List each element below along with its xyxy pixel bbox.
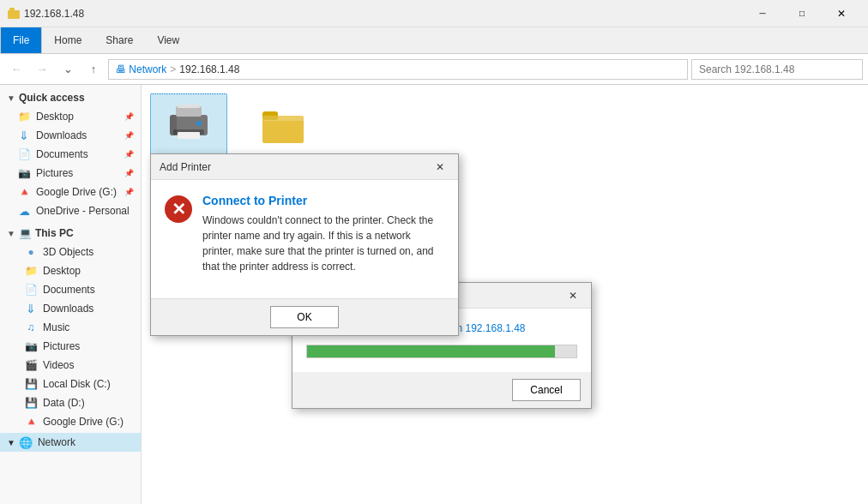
add-printer-dialog: Add Printer ✕ ✕ Connect to Printer Windo… [150,153,459,336]
sidebar-item-downloads-quick[interactable]: ⇓ Downloads 📌 [0,126,141,145]
tab-file[interactable]: File [0,27,42,53]
this-pc-icon: 💻 [19,227,32,239]
title-bar: 192.168.1.48 ─ □ ✕ [0,0,868,27]
back-button[interactable]: ← [5,58,27,81]
pin-icon: 📌 [124,169,134,177]
3dobjects-icon: ● [24,245,38,259]
localdisk-icon: 💾 [24,377,38,391]
app-icon [7,7,21,21]
main-layout: ▼ Quick access 📁 Desktop 📌 ⇓ Downloads 📌… [0,85,868,504]
documents-pc-icon: 📄 [24,283,38,297]
sidebar-item-desktop-quick[interactable]: 📁 Desktop 📌 [0,107,141,126]
quick-access-label: Quick access [19,92,85,104]
ribbon: File Home Share View [0,27,868,54]
add-printer-ok-button[interactable]: OK [270,306,339,328]
add-printer-close-button[interactable]: ✕ [431,158,449,177]
sidebar-item-data[interactable]: 💾 Data (D:) [0,393,141,412]
dialog-overlay: Add Printer ✕ ✕ Connect to Printer Windo… [142,85,868,504]
tab-share[interactable]: Share [93,27,145,53]
add-printer-header-row: ✕ Connect to Printer Windows couldn't co… [165,194,444,274]
tab-home[interactable]: Home [42,27,93,53]
add-printer-titlebar: Add Printer ✕ [151,154,458,180]
path-network: 🖶 Network [116,63,166,75]
error-icon: ✕ [165,195,192,223]
content-area: Canon LBP2900 Users [142,85,868,504]
sidebar-item-pictures-pc[interactable]: 📷 Pictures [0,337,141,356]
minimize-button[interactable]: ─ [743,0,782,27]
add-printer-body: ✕ Connect to Printer Windows couldn't co… [151,180,458,298]
connecting-close-button[interactable]: ✕ [564,286,582,305]
music-icon: ♫ [24,321,38,334]
sidebar-item-gdrive-pc[interactable]: 🔺 Google Drive (G:) [0,412,141,431]
ribbon-tabs: File Home Share View [0,27,868,53]
progress-bar-fill [307,345,555,357]
connecting-footer: Cancel [292,372,591,408]
pin-icon: 📌 [124,188,134,196]
sidebar-item-network[interactable]: ▼ 🌐 Network [0,433,141,452]
maximize-button[interactable]: □ [782,0,822,27]
sidebar-item-pictures-quick[interactable]: 📷 Pictures 📌 [0,164,141,183]
pictures-icon: 📷 [17,166,31,180]
add-printer-header: Connect to Printer [202,194,444,207]
data-icon: 💾 [24,396,38,410]
network-label: Network [38,436,75,448]
this-pc-header[interactable]: ▼ 💻 This PC [0,224,141,243]
network-chevron: ▼ [7,438,15,447]
up-button[interactable]: ↑ [82,58,105,81]
sidebar: ▼ Quick access 📁 Desktop 📌 ⇓ Downloads 📌… [0,85,142,504]
add-printer-title: Add Printer [160,161,431,173]
documents-icon: 📄 [17,147,31,161]
sidebar-item-onedrive[interactable]: ☁ OneDrive - Personal [0,201,141,220]
onedrive-icon: ☁ [17,204,31,218]
progress-bar [306,345,577,358]
downloads-icon: ⇓ [17,129,31,142]
sidebar-item-documents-quick[interactable]: 📄 Documents 📌 [0,145,141,164]
sidebar-item-downloads-pc[interactable]: ⇓ Downloads [0,299,141,318]
path-ip: 192.168.1.48 [179,63,239,75]
connecting-cancel-button[interactable]: Cancel [512,379,581,401]
tab-view[interactable]: View [145,27,191,53]
desktop-pc-icon: 📁 [24,264,38,278]
sidebar-item-desktop-pc[interactable]: 📁 Desktop [0,261,141,280]
pin-icon: 📌 [124,150,134,159]
sidebar-item-gdrive-quick[interactable]: 🔺 Google Drive (G:) 📌 [0,183,141,201]
desktop-icon: 📁 [17,110,31,123]
downloads-pc-icon: ⇓ [24,302,38,315]
sidebar-item-3dobjects[interactable]: ● 3D Objects [0,243,141,261]
svg-rect-1 [9,8,15,11]
window-controls: ─ □ ✕ [743,0,861,27]
search-input[interactable] [691,59,863,80]
recent-button[interactable]: ⌄ [57,58,79,81]
quick-access-chevron: ▼ [7,93,15,103]
add-printer-header-content: Connect to Printer Windows couldn't conn… [202,194,444,274]
add-printer-message: Windows couldn't connect to the printer.… [202,213,444,274]
pin-icon: 📌 [124,131,134,140]
address-path[interactable]: 🖶 Network > 192.168.1.48 [108,59,688,80]
pictures-pc-icon: 📷 [24,339,38,353]
this-pc-chevron: ▼ [7,229,15,238]
svg-rect-0 [8,10,20,19]
gdrive-icon: 🔺 [17,185,31,199]
this-pc-label: This PC [35,227,74,239]
sidebar-item-documents-pc[interactable]: 📄 Documents [0,280,141,299]
sidebar-item-videos[interactable]: 🎬 Videos [0,356,141,375]
sidebar-item-music[interactable]: ♫ Music [0,318,141,337]
videos-icon: 🎬 [24,358,38,372]
window-title: 192.168.1.48 [24,8,743,20]
address-bar: ← → ⌄ ↑ 🖶 Network > 192.168.1.48 [0,54,868,85]
close-button[interactable]: ✕ [822,0,861,27]
forward-button[interactable]: → [31,58,53,81]
pin-icon: 📌 [124,112,134,121]
sidebar-item-localdisk[interactable]: 💾 Local Disk (C:) [0,375,141,393]
network-icon: 🌐 [19,435,33,449]
add-printer-footer: OK [151,298,458,335]
gdrive-pc-icon: 🔺 [24,415,38,429]
quick-access-header[interactable]: ▼ Quick access [0,88,141,107]
